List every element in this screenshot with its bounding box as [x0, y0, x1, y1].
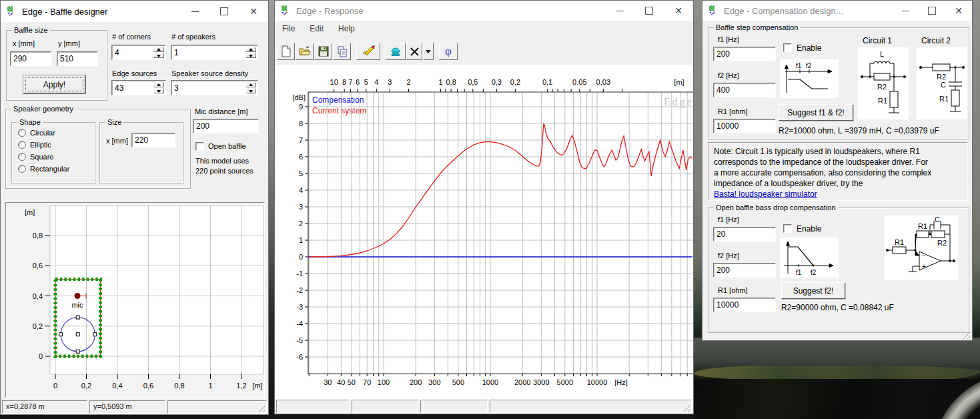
menu-help[interactable]: Help [331, 21, 362, 37]
size-x-input[interactable]: 220 [131, 133, 175, 147]
spin-down-icon[interactable] [246, 88, 256, 93]
corners-input[interactable]: 4 [111, 45, 166, 60]
circuit2-C-label: C [941, 81, 946, 89]
source-density-spinner[interactable] [246, 82, 256, 93]
minimize-button[interactable] [180, 1, 209, 22]
menu-edit[interactable]: Edit [302, 21, 331, 37]
phase-button[interactable]: φ [439, 43, 458, 60]
svg-text:70: 70 [363, 378, 371, 386]
close-button[interactable]: ✕ [239, 1, 268, 22]
maximize-button[interactable] [634, 1, 664, 21]
baffle-x-input[interactable]: 290 [10, 51, 51, 66]
svg-text:0,1: 0,1 [542, 78, 552, 86]
speakers-input[interactable]: 1 [171, 45, 258, 60]
obc-response-sketch: f1 f2 [780, 238, 839, 278]
resize-grip[interactable] [257, 404, 266, 412]
bsc-f2-label: f2 [Hz] [718, 71, 739, 79]
svg-text:6: 6 [356, 78, 360, 86]
mic-distance-input[interactable]: 200 [193, 119, 259, 133]
svg-text:0: 0 [53, 382, 57, 390]
model-info-line2: 220 point sources [195, 167, 254, 175]
save-button[interactable] [314, 43, 332, 60]
svg-text:0,6: 0,6 [143, 382, 153, 390]
menu-file[interactable]: File [275, 21, 302, 37]
close-button[interactable]: ✕ [664, 1, 693, 21]
svg-text:[m]: [m] [252, 382, 262, 390]
open-baffle-checkbox[interactable] [195, 142, 204, 151]
svg-text:0,6: 0,6 [33, 262, 43, 270]
baffle-y-input[interactable]: 510 [57, 51, 98, 66]
spin-up-icon[interactable] [153, 82, 164, 87]
titlebar[interactable]: Edge - Compensation design... ✕ [702, 1, 972, 21]
statusbar: x=0,2878 m y=0,5093 m [2, 400, 267, 414]
y-mm-label: y [mm] [58, 39, 80, 47]
copy-button[interactable] [333, 43, 351, 60]
radio-circular[interactable] [18, 129, 26, 137]
radio-elliptic[interactable] [18, 141, 26, 149]
x-mm-label: x [mm] [13, 39, 35, 47]
spin-up-icon[interactable] [246, 82, 256, 87]
suggest-f1-f2-button[interactable]: Suggest f1 & f2! [779, 104, 853, 121]
delete-button[interactable] [406, 43, 422, 60]
svg-text:1: 1 [439, 78, 443, 86]
draw-mode-button[interactable] [356, 43, 380, 60]
close-icon: ✕ [674, 6, 682, 15]
bsc-f1-input[interactable]: 200 [713, 47, 776, 61]
radio-square[interactable] [18, 153, 26, 161]
opamp-circuit-diagram: C R1 R1 R2 − + [885, 216, 958, 280]
maximize-button[interactable] [919, 1, 945, 21]
toolbar: φ [277, 42, 458, 61]
maximize-button[interactable] [209, 1, 239, 22]
titlebar[interactable]: Edge - Baffle designer ✕ [1, 1, 268, 22]
suggest-f2-button[interactable]: Suggest f2! [781, 282, 845, 299]
open-file-button[interactable] [296, 43, 314, 60]
bsc-r1-input[interactable]: 10000 [713, 119, 776, 133]
svg-text:10: 10 [330, 78, 338, 86]
obc-f2-input[interactable]: 200 [713, 263, 776, 278]
desktop-gap-strip [269, 0, 274, 419]
baffle-plot-panel[interactable]: 0,80,60,40,20[m]00,20,40,60,811,2[m]mic [5, 202, 265, 398]
edge-sources-input[interactable]: 43 [111, 80, 166, 95]
obc-f1-input[interactable]: 20 [713, 227, 776, 242]
minimize-icon [902, 11, 909, 11]
bsc-sketch-f2: f2 [806, 62, 812, 69]
speakers-spinner[interactable] [246, 47, 256, 58]
svg-text:300: 300 [428, 378, 440, 386]
spin-down-icon[interactable] [153, 88, 164, 93]
obc-r1-label: R1 [ohm] [718, 286, 748, 294]
edge-app-icon [280, 5, 292, 16]
spin-down-icon[interactable] [246, 53, 256, 58]
resize-grip[interactable] [682, 403, 690, 412]
bsc-enable-checkbox[interactable] [783, 43, 792, 52]
minimize-button[interactable] [605, 1, 634, 21]
radio-rectangular[interactable] [18, 165, 26, 173]
obc-r1-input[interactable]: 10000 [713, 298, 776, 312]
bsc-f2-input[interactable]: 400 [713, 83, 776, 97]
edge-sources-spinner[interactable] [153, 82, 164, 93]
basta-simulator-link[interactable]: Basta! loudspeaker simulator [714, 189, 817, 199]
spin-down-icon[interactable] [153, 53, 164, 58]
new-file-button[interactable] [277, 43, 295, 60]
maximize-icon [220, 7, 228, 15]
apply-button[interactable]: Apply! [23, 75, 85, 93]
svg-text:0,8: 0,8 [33, 232, 43, 240]
response-chart[interactable]: 3040507010020030050010002000300050001000… [275, 65, 693, 400]
corners-spinner[interactable] [153, 47, 164, 58]
delete-dropdown-button[interactable] [423, 43, 434, 60]
source-density-input[interactable]: 3 [171, 80, 258, 95]
circuit2-label: Circuit 2 [921, 36, 951, 45]
spin-up-icon[interactable] [246, 47, 256, 52]
spin-up-icon[interactable] [153, 47, 164, 52]
titlebar[interactable]: Edge - Response ✕ [275, 1, 693, 21]
lamp-button[interactable] [386, 43, 406, 60]
toolbar-separator [381, 43, 386, 60]
close-button[interactable]: ✕ [945, 1, 972, 21]
radio-square-label: Square [30, 153, 53, 161]
resize-grip[interactable] [961, 330, 970, 339]
obc-enable-checkbox[interactable] [783, 224, 792, 233]
baffle-plot[interactable]: 0,80,60,40,20[m]00,20,40,60,811,2[m]mic [6, 203, 264, 397]
minimize-button[interactable] [892, 1, 919, 21]
svg-text:0,2: 0,2 [510, 78, 520, 86]
maximize-icon [645, 7, 653, 15]
svg-text:8: 8 [299, 119, 303, 127]
